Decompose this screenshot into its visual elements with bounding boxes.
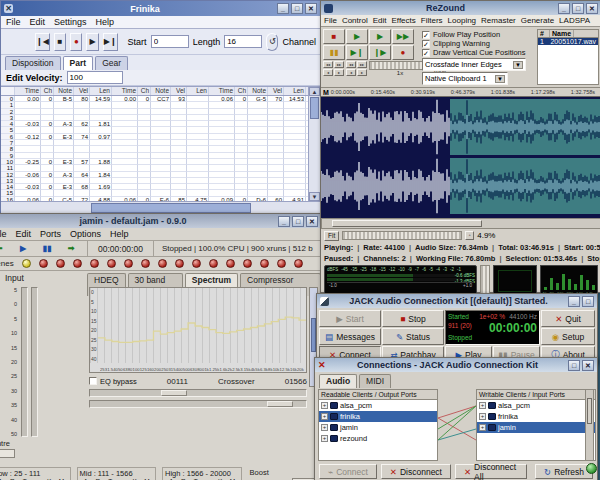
play-all-button[interactable]: ▶: [346, 29, 368, 44]
input-client-jamin[interactable]: +jamin: [477, 422, 595, 433]
scene-led-2[interactable]: [39, 259, 48, 268]
rewind-button[interactable]: ⬅: [0, 244, 7, 253]
output-client-jamin[interactable]: +jamin: [319, 422, 437, 433]
tray-icon[interactable]: [586, 463, 597, 474]
expander-icon[interactable]: +: [321, 424, 328, 431]
menu-control[interactable]: Control: [342, 16, 368, 25]
rezound-titlebar[interactable]: ReZound _ □ ✕: [321, 1, 600, 15]
output-client-frinika[interactable]: +frinika: [319, 411, 437, 422]
connect-button[interactable]: ⌁Connect: [319, 464, 377, 479]
play-loop-button[interactable]: ▶▶: [392, 29, 414, 44]
maximize-icon[interactable]: □: [292, 216, 304, 227]
scene-led-8[interactable]: [141, 259, 150, 268]
menu-help[interactable]: Help: [110, 229, 129, 239]
play-selection-button[interactable]: ▶: [369, 29, 391, 44]
scene-led-16[interactable]: [277, 259, 286, 268]
scroll-up-icon[interactable]: ▲: [309, 87, 320, 96]
crossfade-select[interactable]: Crossfade Inner Edges▼: [422, 58, 526, 71]
maximize-icon[interactable]: □: [572, 3, 584, 14]
frinika-titlebar[interactable]: ✕ Frinika _ □ ✕: [1, 1, 320, 16]
maximize-icon[interactable]: □: [582, 296, 594, 307]
menu-settings[interactable]: Settings: [54, 17, 87, 27]
play-from-cursor-button[interactable]: ▶❙: [346, 45, 368, 60]
menu-remaster[interactable]: Remaster: [481, 16, 516, 25]
menu-ports[interactable]: Ports: [40, 229, 61, 239]
scene-led-13[interactable]: [226, 259, 235, 268]
pause-button[interactable]: ▮▮: [323, 45, 345, 60]
scene-led-1[interactable]: [22, 259, 31, 268]
crossover-high-slider[interactable]: [89, 400, 307, 408]
menu-looping[interactable]: Looping: [448, 16, 476, 25]
time-ruler[interactable]: M 0:00.000s0:15.460s0:30.919s0:46.379s1:…: [321, 87, 600, 97]
play-button[interactable]: ▶: [15, 244, 31, 253]
start-button[interactable]: ▶Start: [319, 310, 381, 327]
tab-disposition[interactable]: Disposition: [5, 56, 61, 70]
checkbox-draw-vertical-cue-positions[interactable]: ✓Draw Vertical Cue Positions: [422, 48, 534, 57]
record-button[interactable]: ●: [392, 45, 414, 60]
file-list-item[interactable]: 1 20051017.wav: [538, 38, 598, 45]
menu-edit[interactable]: Edit: [16, 229, 32, 239]
loop-button[interactable]: ↺: [266, 33, 278, 51]
scrollbar-thumb[interactable]: [310, 97, 319, 119]
expander-icon[interactable]: +: [321, 435, 328, 442]
input-client-frinika[interactable]: +frinika: [477, 411, 595, 422]
quit-button[interactable]: ✕Quit: [541, 310, 595, 327]
tab-audio[interactable]: Audio: [319, 374, 357, 388]
input-ports-panel[interactable]: Writable Clients / Input Ports +alsa_pcm…: [476, 389, 596, 461]
fit-button[interactable]: Fit: [324, 231, 339, 241]
checkbox-clipping-warning[interactable]: ✓Clipping Warning: [422, 39, 534, 48]
scene-led-10[interactable]: [175, 259, 184, 268]
connections-titlebar[interactable]: ✕ Connections - JACK Audio Connection Ki…: [315, 358, 597, 372]
maximize-icon[interactable]: □: [568, 360, 580, 371]
edit-velocity-input[interactable]: [67, 71, 123, 84]
event-table[interactable]: TimeChNoteVelLenTimeChNoteVelLenTimeChNo…: [1, 86, 320, 201]
eq-bypass-checkbox[interactable]: EQ bypass: [89, 377, 137, 386]
connections-scrollbar[interactable]: [585, 389, 594, 461]
jump-cluster-1[interactable]: ◂◂▸▸◂▸: [323, 61, 344, 76]
scene-led-17[interactable]: [294, 259, 303, 268]
scene-led-14[interactable]: [243, 259, 252, 268]
menu-generate[interactable]: Generate: [521, 16, 554, 25]
scroll-down-icon[interactable]: ▼: [309, 192, 320, 201]
input-client-alsa-pcm[interactable]: +alsa_pcm: [477, 400, 595, 411]
setup-button[interactable]: ◉Setup: [541, 328, 595, 345]
minimize-icon[interactable]: _: [278, 216, 290, 227]
scene-led-9[interactable]: [158, 259, 167, 268]
output-ports-panel[interactable]: Readable Clients / Output Ports +alsa_pc…: [318, 389, 438, 461]
expander-icon[interactable]: +: [479, 424, 486, 431]
menu-edit[interactable]: Edit: [30, 17, 46, 27]
vertical-scrollbar[interactable]: ▲ ▼: [308, 87, 320, 201]
messages-button[interactable]: ▤Messages: [319, 328, 381, 345]
tab-midi[interactable]: MIDI: [359, 374, 391, 388]
expander-icon[interactable]: +: [321, 413, 328, 420]
minimize-icon[interactable]: _: [277, 3, 289, 14]
scrollbar-thumb[interactable]: [91, 203, 251, 213]
expander-icon[interactable]: +: [321, 402, 328, 409]
minimize-icon[interactable]: _: [568, 296, 580, 307]
menu-help[interactable]: Help: [96, 17, 115, 27]
stop-button[interactable]: ■: [54, 33, 66, 51]
forward-button[interactable]: ➡: [63, 244, 79, 253]
skip-to-start-button[interactable]: ❙◀: [35, 33, 50, 51]
close-icon[interactable]: ✕: [582, 360, 594, 371]
stop-button[interactable]: ■Stop: [382, 310, 444, 327]
disconnect-all-button[interactable]: ✕Disconnect All: [455, 464, 527, 479]
scene-led-15[interactable]: [260, 259, 269, 268]
menu-effects[interactable]: Effects: [391, 16, 415, 25]
scene-led-3[interactable]: [56, 259, 65, 268]
close-icon[interactable]: ✕: [306, 216, 318, 227]
waveform-scrollbar[interactable]: [321, 218, 600, 229]
menu-file[interactable]: File: [324, 16, 337, 25]
close-icon[interactable]: ✕: [305, 3, 317, 14]
start-input[interactable]: [151, 35, 189, 48]
length-input[interactable]: [224, 35, 262, 48]
skip-to-end-button[interactable]: ▶❙: [103, 33, 118, 51]
scene-led-12[interactable]: [209, 259, 218, 268]
tab-part[interactable]: Part: [63, 56, 94, 70]
jamin-titlebar[interactable]: jamin - default.jam - 0.9.0 _ □ ✕: [0, 214, 321, 228]
loaded-files-list[interactable]: # Name 1 20051017.wav: [537, 29, 599, 85]
output-client-rezound[interactable]: +rezound: [319, 433, 437, 444]
output-client-alsa-pcm[interactable]: +alsa_pcm: [319, 400, 437, 411]
jump-cluster-2[interactable]: ◂◂▸▸◂▸: [346, 61, 367, 76]
crossover-low-slider[interactable]: [89, 389, 307, 397]
